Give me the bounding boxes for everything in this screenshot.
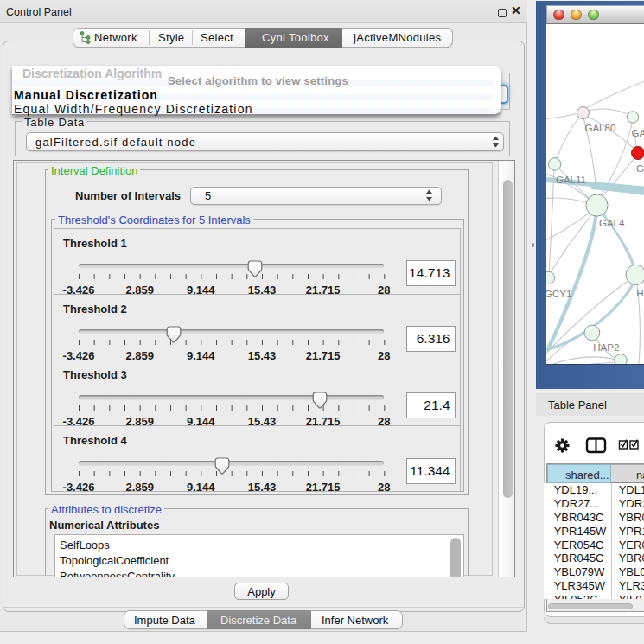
svg-text:GAL4: GAL4: [599, 218, 625, 228]
svg-text:GCY1: GCY1: [546, 289, 571, 299]
svg-text:HAP2: HAP2: [593, 341, 619, 352]
svg-text:G: G: [636, 163, 644, 174]
svg-text:GAL80: GAL80: [585, 122, 616, 132]
svg-text:GA: GA: [632, 128, 644, 138]
svg-text:GAL11: GAL11: [556, 174, 586, 184]
svg-text:H: H: [636, 287, 643, 297]
